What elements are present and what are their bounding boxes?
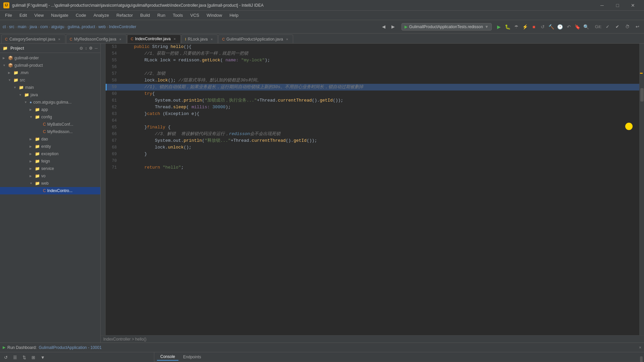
- tree-item-src[interactable]: ▼ 📁 src: [0, 76, 100, 84]
- git-history[interactable]: ⏱: [623, 23, 632, 30]
- close-button[interactable]: ✕: [625, 0, 641, 11]
- console-tab-endpoints[interactable]: Endpoints: [180, 354, 204, 360]
- maximize-button[interactable]: □: [610, 0, 625, 11]
- editor-wrapper: 53 public String hello(){ 54 //1、获取一把锁，只…: [101, 44, 644, 335]
- breadcrumb-com[interactable]: com: [40, 24, 48, 29]
- tree-item-mvn[interactable]: ▶ 📁 .mvn: [0, 69, 100, 76]
- bottom-panel: ▶ Run Dashboard: GulimallProductApplicat…: [0, 343, 644, 362]
- breadcrumb-java[interactable]: java: [30, 24, 37, 29]
- menu-build[interactable]: Build: [137, 12, 153, 19]
- breadcrumb-ct[interactable]: ct: [3, 24, 6, 29]
- tree-item-exception[interactable]: ▶ 📁 exception: [0, 150, 100, 158]
- breadcrumb-atguigu[interactable]: atguigu: [51, 24, 64, 29]
- console-tab-console[interactable]: Console: [157, 353, 178, 361]
- tree-item-main[interactable]: ▼ 📁 main: [0, 84, 100, 91]
- breadcrumb-src[interactable]: src: [9, 24, 14, 29]
- tree-item-myredisson[interactable]: C MyRedisson...: [0, 128, 100, 135]
- tree-item-mybatis[interactable]: C MyBatisConf...: [0, 121, 100, 128]
- build-btn[interactable]: 🔨: [547, 23, 555, 31]
- tree-item-web[interactable]: ▼ 📁 web: [0, 180, 100, 187]
- tab-myredisson[interactable]: C MyRedissonConfig.java ×: [66, 35, 126, 43]
- bookmark-btn[interactable]: 🔖: [574, 23, 582, 31]
- coverage-btn[interactable]: ☂: [513, 23, 521, 31]
- code-line-68: 68 lock.unlock();: [106, 144, 639, 151]
- tree-label: java: [31, 93, 38, 97]
- menu-window[interactable]: Window: [203, 12, 225, 19]
- console-scrollbar[interactable]: [639, 352, 644, 362]
- git-action[interactable]: ↩: [634, 23, 641, 30]
- tab-indexcontroller[interactable]: C IndexController.java ×: [127, 35, 181, 43]
- tree-item-vo[interactable]: ▶ 📁 vo: [0, 172, 100, 180]
- run-options-btn[interactable]: ▼: [39, 354, 47, 361]
- breadcrumb-web[interactable]: web: [98, 24, 106, 29]
- tab-close-4[interactable]: ×: [285, 37, 289, 42]
- revert-btn[interactable]: ↶: [565, 23, 573, 31]
- menu-vcs[interactable]: VCS: [187, 12, 203, 19]
- tab-gulimallproduct[interactable]: C GulimallProductApplication.java ×: [218, 35, 293, 43]
- tree-item-indexcontroller[interactable]: C IndexContro...: [0, 187, 100, 194]
- breadcrumb-index[interactable]: IndexController: [109, 24, 136, 29]
- menu-edit[interactable]: Edit: [16, 12, 30, 19]
- menu-bar: File Edit View Navigate Code Analyze Ref…: [0, 11, 644, 20]
- forward-btn[interactable]: ▶: [389, 23, 397, 30]
- menu-tools[interactable]: Tools: [169, 12, 186, 19]
- search-all-btn[interactable]: 🔍: [582, 23, 590, 31]
- tree-item-service[interactable]: ▶ 📁 service: [0, 165, 100, 172]
- console-scrollbar-thumb[interactable]: [640, 356, 643, 362]
- menu-file[interactable]: File: [2, 12, 15, 19]
- tree-item-entity[interactable]: ▶ 📁 entity: [0, 143, 100, 150]
- tree-item-config[interactable]: ▼ 📁 config: [0, 113, 100, 121]
- reload-btn[interactable]: ↺: [539, 23, 547, 31]
- run-btn[interactable]: ▶: [495, 23, 503, 31]
- menu-run[interactable]: Run: [154, 12, 169, 19]
- sidebar-collapse[interactable]: ↕: [85, 46, 87, 51]
- sidebar-locate[interactable]: ⊙: [79, 46, 83, 51]
- menu-refactor[interactable]: Refactor: [113, 12, 136, 19]
- tab-rlock[interactable]: I RLock.java ×: [181, 35, 218, 43]
- run-panel-close[interactable]: ×: [639, 345, 641, 350]
- run-app-name[interactable]: GulimallProductApplication - 10001: [39, 345, 101, 350]
- menu-analyze[interactable]: Analyze: [90, 12, 112, 19]
- tab-categoryservice[interactable]: C CategoryServiceImpl.java ×: [1, 35, 65, 43]
- code-line-61: 61 System.out.println("加锁成功，执行业务..."+Thr…: [106, 97, 639, 104]
- tree-item-order[interactable]: ▶ 📦 gulimall-order: [0, 54, 100, 62]
- profile-btn[interactable]: ⚡: [521, 23, 529, 31]
- breadcrumb-gulimall[interactable]: gulima..product: [67, 24, 95, 29]
- cursor-indicator: [625, 123, 633, 130]
- tree-item-dao[interactable]: ▶ 📁 dao: [0, 135, 100, 143]
- run-layout-btn[interactable]: ⊞: [30, 354, 37, 361]
- git-checkmark[interactable]: ✓: [604, 23, 611, 30]
- run-restart-btn[interactable]: ↺: [2, 354, 10, 361]
- sidebar-header: 📁 Project ⊙ ↕ ⚙ ─: [0, 44, 100, 53]
- tab-close-1[interactable]: ×: [118, 37, 123, 42]
- debug-btn[interactable]: 🐛: [504, 23, 512, 31]
- menu-help[interactable]: Help: [226, 12, 242, 19]
- tree-item-java[interactable]: ▼ 📁 java: [0, 91, 100, 99]
- sidebar-minimize[interactable]: ─: [95, 46, 98, 51]
- run-filter-btn[interactable]: ⇅: [20, 354, 28, 361]
- git-tick2[interactable]: ✔: [613, 23, 621, 30]
- tab-close-0[interactable]: ×: [57, 37, 62, 42]
- menu-navigate[interactable]: Navigate: [48, 12, 71, 19]
- history-btn[interactable]: 🕐: [556, 23, 564, 31]
- tree-item-feign[interactable]: ▶ 📁 feign: [0, 158, 100, 165]
- sidebar-gear[interactable]: ⚙: [89, 46, 93, 51]
- editor-scrollbar[interactable]: [639, 44, 644, 335]
- code-line-55: 55 RLock lock = redisson.getLock( name: …: [106, 57, 639, 64]
- code-line-66: 66 //3、解锁 将设解锁代码没有运行，redisson会不会出现死锁: [106, 131, 639, 137]
- minimize-button[interactable]: ─: [594, 0, 610, 11]
- breadcrumb-main[interactable]: main: [18, 24, 26, 29]
- menu-code[interactable]: Code: [72, 12, 90, 19]
- scrollbar-thumb[interactable]: [640, 88, 644, 102]
- tab-close-3[interactable]: ×: [209, 37, 214, 42]
- tab-close-2[interactable]: ×: [172, 37, 177, 41]
- tree-item-product[interactable]: ▼ 📦 gulimall-product: [0, 62, 100, 69]
- run-pin-btn[interactable]: ☰: [11, 354, 19, 361]
- back-btn[interactable]: ◀: [380, 23, 387, 30]
- menu-view[interactable]: View: [31, 12, 47, 19]
- tree-item-com[interactable]: ▼ ● com.atguigu.gulima...: [0, 99, 100, 106]
- stop-btn[interactable]: ■: [530, 23, 538, 31]
- tree-item-app[interactable]: ▶ 📁 app: [0, 106, 100, 113]
- code-editor[interactable]: 53 public String hello(){ 54 //1、获取一把锁，只…: [106, 44, 639, 335]
- tree-label: entity: [41, 144, 51, 149]
